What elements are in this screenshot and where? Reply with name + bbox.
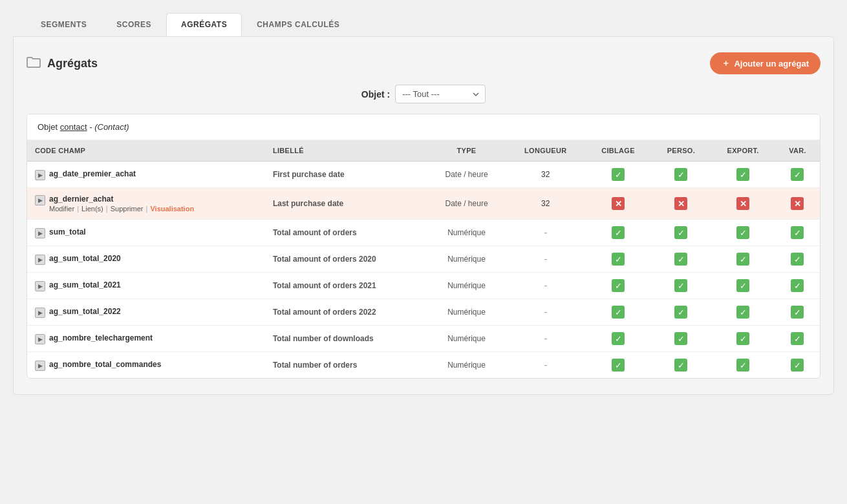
cell-code: ▶ag_sum_total_2021 — [27, 273, 265, 299]
object-link[interactable]: contact — [60, 122, 87, 132]
cell-ciblage: ✓ — [585, 299, 652, 326]
cell-libelle: Total amount of orders 2022 — [265, 299, 427, 326]
cell-perso: ✓ — [652, 273, 711, 299]
cell-var: ✓ — [775, 326, 820, 352]
table-row: ▶ag_nombre_total_commandesTotal number o… — [27, 352, 820, 379]
cell-ciblage: ✓ — [585, 326, 652, 352]
cell-longueur: 32 — [506, 162, 585, 188]
cell-var: ✓ — [775, 162, 820, 188]
cell-libelle: Total amount of orders 2021 — [265, 273, 427, 299]
cell-ciblage: ✕ — [585, 188, 652, 220]
action-supprimer[interactable]: Supprimer — [111, 205, 144, 213]
code-icon: ▶ — [35, 228, 45, 238]
col-export: EXPORT. — [711, 140, 775, 162]
cell-perso: ✓ — [652, 220, 711, 246]
code-value: ag_date_premier_achat — [49, 169, 136, 178]
cell-export: ✓ — [711, 246, 775, 273]
export-check-red-icon: ✕ — [736, 197, 749, 210]
main-content: Agrégats ＋ Ajouter un agrégat Objet : --… — [13, 36, 834, 395]
cell-var: ✓ — [775, 246, 820, 273]
tab-champs-calcules[interactable]: CHAMPS CALCULÉS — [242, 13, 354, 36]
cell-ciblage: ✓ — [585, 162, 652, 188]
code-value: ag_sum_total_2022 — [49, 307, 121, 316]
var-check-green-icon: ✓ — [791, 279, 804, 292]
cell-ciblage: ✓ — [585, 246, 652, 273]
col-ciblage: CIBLAGE — [585, 140, 652, 162]
header-row: Agrégats ＋ Ajouter un agrégat — [27, 52, 820, 74]
cell-type: Numérique — [427, 326, 506, 352]
col-code-champ: CODE CHAMP — [27, 140, 265, 162]
cell-var: ✓ — [775, 299, 820, 326]
var-check-green-icon: ✓ — [791, 226, 804, 239]
code-icon: ▶ — [35, 334, 45, 344]
table-row: ▶ag_sum_total_2022Total amount of orders… — [27, 299, 820, 326]
action-liens[interactable]: Lien(s) — [81, 205, 103, 213]
cell-var: ✓ — [775, 220, 820, 246]
tab-bar: SEGMENTS SCORES AGRÉGATS CHAMPS CALCULÉS — [13, 13, 834, 36]
add-agregat-button[interactable]: ＋ Ajouter un agrégat — [710, 52, 820, 74]
code-icon: ▶ — [35, 361, 45, 371]
cell-code: ▶ag_date_premier_achat — [27, 162, 265, 188]
table-row: ▶ag_sum_total_2021Total amount of orders… — [27, 273, 820, 299]
cell-perso: ✓ — [652, 326, 711, 352]
cell-libelle: Total amount of orders 2020 — [265, 246, 427, 273]
export-check-green-icon: ✓ — [736, 279, 749, 292]
code-value: ag_sum_total_2020 — [49, 254, 121, 263]
code-value: ag_nombre_telechargement — [49, 333, 153, 342]
code-value: sum_total — [49, 227, 86, 236]
cell-longueur: 32 — [506, 188, 585, 220]
tab-scores[interactable]: SCORES — [102, 13, 166, 36]
code-icon: ▶ — [35, 281, 45, 291]
add-btn-label: Ajouter un agrégat — [734, 59, 809, 68]
folder-icon — [27, 56, 41, 70]
objet-filter-select[interactable]: --- Tout --- Contact Commande Produit — [395, 85, 486, 103]
ciblage-check-green-icon: ✓ — [612, 306, 625, 319]
cell-libelle: Total number of orders — [265, 352, 427, 379]
cell-perso: ✓ — [652, 352, 711, 379]
ciblage-check-green-icon: ✓ — [612, 332, 625, 345]
tab-agregats[interactable]: AGRÉGATS — [166, 13, 242, 36]
cell-libelle: Total amount of orders — [265, 220, 427, 246]
export-check-green-icon: ✓ — [736, 332, 749, 345]
table-row: ▶sum_totalTotal amount of ordersNumériqu… — [27, 220, 820, 246]
perso-check-green-icon: ✓ — [674, 279, 687, 292]
col-type: TYPE — [427, 140, 506, 162]
cell-export: ✓ — [711, 162, 775, 188]
col-perso: PERSO. — [652, 140, 711, 162]
cell-export: ✕ — [711, 188, 775, 220]
code-icon: ▶ — [35, 255, 45, 265]
cell-type: Numérique — [427, 352, 506, 379]
export-check-green-icon: ✓ — [736, 253, 749, 266]
code-icon: ▶ — [35, 170, 45, 180]
page-title-area: Agrégats — [27, 56, 98, 70]
code-icon: ▶ — [35, 195, 45, 205]
cell-var: ✓ — [775, 352, 820, 379]
cell-ciblage: ✓ — [585, 352, 652, 379]
cell-export: ✓ — [711, 299, 775, 326]
cell-type: Numérique — [427, 273, 506, 299]
export-check-green-icon: ✓ — [736, 168, 749, 181]
var-check-green-icon: ✓ — [791, 359, 804, 372]
tab-segments[interactable]: SEGMENTS — [26, 13, 102, 36]
cell-longueur: - — [506, 273, 585, 299]
object-section-header: Objet contact - (Contact) — [27, 114, 820, 140]
cell-type: Numérique — [427, 246, 506, 273]
cell-code: ▶ag_dernier_achatModifier | Lien(s) | Su… — [27, 188, 265, 220]
code-value: ag_nombre_total_commandes — [49, 360, 161, 369]
action-modifier[interactable]: Modifier — [49, 205, 74, 213]
cell-code: ▶ag_nombre_telechargement — [27, 326, 265, 352]
cell-var: ✓ — [775, 273, 820, 299]
ciblage-check-green-icon: ✓ — [612, 168, 625, 181]
cell-perso: ✓ — [652, 246, 711, 273]
export-check-green-icon: ✓ — [736, 359, 749, 372]
action-visualisation[interactable]: Visualisation — [150, 205, 194, 213]
table-row: ▶ag_nombre_telechargementTotal number of… — [27, 326, 820, 352]
perso-check-green-icon: ✓ — [674, 332, 687, 345]
perso-check-red-icon: ✕ — [674, 197, 687, 210]
object-prefix: Objet — [38, 122, 60, 132]
code-value: ag_sum_total_2021 — [49, 280, 121, 289]
table-container: Objet contact - (Contact) CODE CHAMP LIB… — [27, 114, 820, 379]
table-body: ▶ag_date_premier_achatFirst purchase dat… — [27, 162, 820, 379]
table-row: ▶ag_sum_total_2020Total amount of orders… — [27, 246, 820, 273]
perso-check-green-icon: ✓ — [674, 226, 687, 239]
